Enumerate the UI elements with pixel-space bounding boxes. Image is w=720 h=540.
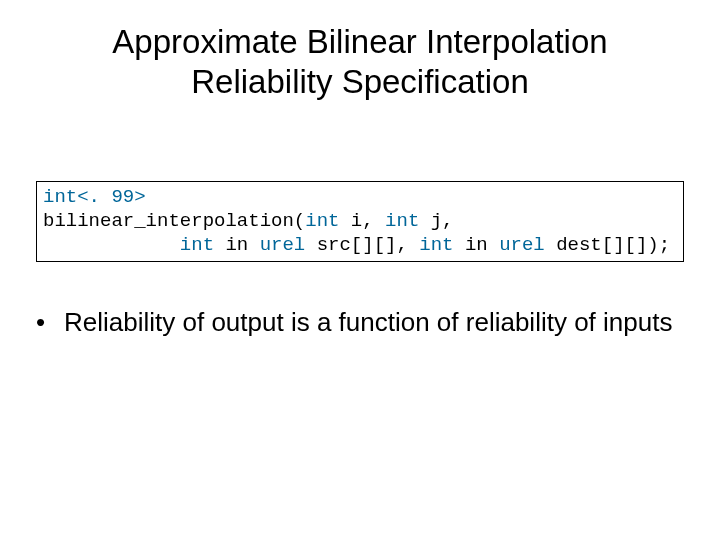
code-sig-3: j, — [419, 210, 453, 232]
code-param-dest: dest[][]); — [545, 234, 670, 256]
bullet-text: Reliability of output is a function of r… — [64, 306, 676, 339]
title-line-1: Approximate Bilinear Interpolation — [112, 23, 607, 60]
bullet-item: • Reliability of output is a function of… — [30, 306, 676, 339]
code-specification-box: int<. 99> bilinear_interpolation(int i, … — [36, 181, 684, 262]
code-kw-urel-2: urel — [499, 234, 545, 256]
code-kw-in-2: in — [454, 234, 500, 256]
code-kw-int-2: int — [385, 210, 419, 232]
code-sig-1: bilinear_interpolation( — [43, 210, 305, 232]
code-reliability-spec: int<. 99> — [43, 186, 146, 208]
code-kw-in-1: in — [214, 234, 260, 256]
code-kw-int-1: int — [305, 210, 339, 232]
bullet-marker: • — [30, 306, 64, 339]
code-kw-urel-1: urel — [260, 234, 306, 256]
code-sig-2: i, — [339, 210, 385, 232]
code-kw-int-3: int — [180, 234, 214, 256]
code-indent — [43, 234, 180, 256]
code-kw-int-4: int — [419, 234, 453, 256]
code-param-src: src[][], — [305, 234, 419, 256]
slide-title: Approximate Bilinear Interpolation Relia… — [0, 0, 720, 101]
title-line-2: Reliability Specification — [191, 63, 529, 100]
